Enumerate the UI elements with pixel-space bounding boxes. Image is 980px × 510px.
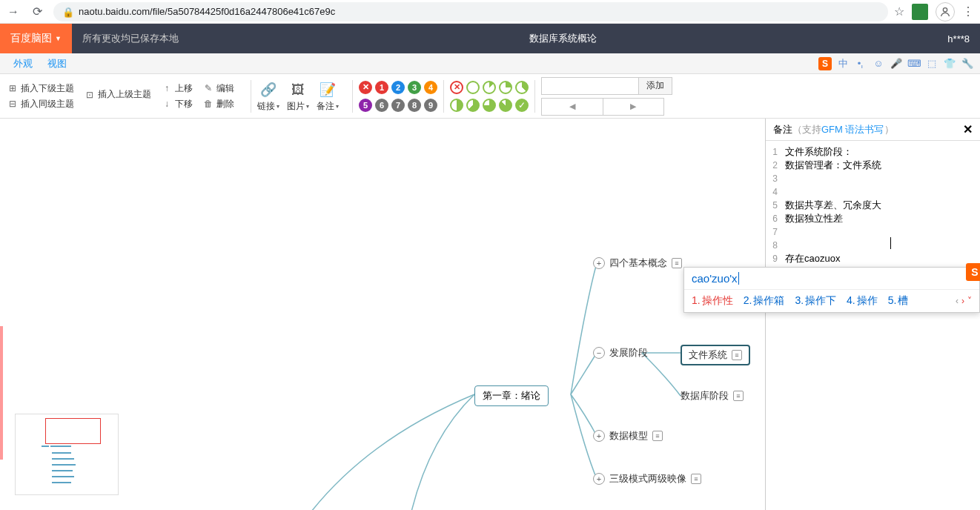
arrow-up-icon: ↑ (162, 83, 172, 93)
collapsed-branch-indicator[interactable] (0, 326, 3, 460)
gfm-link[interactable]: GFM 语法书写 (821, 123, 884, 136)
priority-3[interactable]: 3 (408, 81, 421, 94)
minimap-tree (42, 444, 76, 485)
priority-4[interactable]: 4 (424, 81, 437, 94)
profile-icon[interactable] (936, 2, 955, 21)
node-schema[interactable]: +三级模式两级映像≡ (593, 472, 701, 486)
ime-candidate-1[interactable]: 1.操作性 (692, 294, 733, 308)
extension-icon[interactable] (912, 4, 928, 20)
resource-prev[interactable]: ◀ (542, 99, 603, 115)
progress-12[interactable] (483, 81, 496, 94)
minimap[interactable] (15, 414, 119, 495)
add-resource-button[interactable]: 添加 (638, 78, 672, 94)
node-data-model[interactable]: +数据模型≡ (593, 429, 663, 443)
root-node[interactable]: 第一章：绪论 (474, 385, 549, 406)
progress-87[interactable] (499, 99, 512, 112)
menu-view[interactable]: 视图 (47, 57, 67, 70)
progress-25[interactable] (499, 81, 512, 94)
progress-none[interactable]: ✕ (450, 81, 463, 94)
priority-5[interactable]: 5 (359, 99, 372, 112)
priority-7[interactable]: 7 (391, 99, 405, 112)
bookmark-icon[interactable]: ☆ (894, 4, 904, 19)
ime-keyboard-icon[interactable]: ⌨ (907, 57, 921, 70)
node-database-stage[interactable]: 数据库阶段≡ (681, 389, 744, 403)
url-bar[interactable]: 🔒 naotu.baidu.com/file/5a50784425f0d16a2… (53, 2, 888, 21)
move-up-button[interactable]: ↑上移 (162, 82, 193, 95)
node-development[interactable]: −发展阶段 (593, 346, 648, 360)
link-icon: 🔗 (258, 79, 279, 100)
progress-37[interactable] (515, 81, 529, 94)
priority-x[interactable]: ✕ (359, 81, 372, 94)
ime-candidate-popup: cao'zuo'x S 1.操作性 2.操作箱 3.操作下 4.操作 5.槽 ‹… (683, 267, 980, 313)
node-filesystem-selected[interactable]: 文件系统≡ (681, 345, 750, 365)
note-indicator-icon[interactable]: ≡ (732, 350, 742, 360)
insert-sibling-icon: ⊟ (7, 99, 18, 109)
note-text[interactable]: 文件系统阶段： 数据管理者：文件系统 数据共享差、冗余度大 数据独立性差 存在c… (781, 145, 980, 506)
ime-page-nav[interactable]: ‹›˅ (956, 296, 972, 306)
minimap-viewport[interactable] (45, 418, 101, 444)
ime-lang-icon[interactable]: 中 (836, 57, 850, 70)
text-cursor (890, 237, 891, 249)
insert-child-button[interactable]: ⊞插入下级主题 (7, 82, 74, 95)
insert-sibling-button[interactable]: ⊟插入同级主题 (7, 98, 74, 110)
ime-candidate-2[interactable]: 2.操作箱 (744, 294, 785, 308)
expand-icon[interactable]: + (593, 257, 605, 269)
image-button[interactable]: 🖼图片▾ (287, 79, 309, 113)
note-indicator-icon[interactable]: ≡ (672, 258, 682, 268)
app-header: 百度脑图▼ 所有更改均已保存本地 数据库系统概论 h***8 (0, 24, 980, 53)
ime-skin-icon[interactable]: ⬚ (925, 57, 938, 70)
ime-status-bar: S 中 •ˌ ☺ 🎤 ⌨ ⬚ 👕 🔧 (818, 57, 974, 70)
ime-candidate-4[interactable]: 4.操作 (847, 294, 878, 308)
forward-icon[interactable]: → (6, 4, 21, 19)
expand-icon[interactable]: + (593, 473, 605, 485)
edit-button[interactable]: ✎编辑 (203, 82, 234, 95)
note-indicator-icon[interactable]: ≡ (733, 391, 744, 401)
priority-2[interactable]: 2 (391, 81, 405, 94)
svg-point-0 (943, 7, 947, 11)
priority-6[interactable]: 6 (375, 99, 388, 112)
menubar: 外观 视图 S 中 •ˌ ☺ 🎤 ⌨ ⬚ 👕 🔧 (0, 53, 980, 74)
progress-75[interactable] (483, 99, 496, 112)
ime-emoji-icon[interactable]: ☺ (872, 57, 885, 70)
reload-icon[interactable]: ⟳ (30, 4, 44, 19)
note-indicator-icon[interactable]: ≡ (652, 431, 663, 441)
ime-candidate-3[interactable]: 3.操作下 (795, 294, 836, 308)
arrow-down-icon: ↓ (162, 99, 172, 109)
resource-next[interactable]: ▶ (603, 99, 664, 115)
menu-appearance[interactable]: 外观 (13, 57, 33, 70)
collapse-icon[interactable]: − (593, 347, 605, 359)
expand-icon[interactable]: + (593, 430, 605, 442)
node-concepts[interactable]: +四个基本概念≡ (593, 256, 682, 270)
progress-0[interactable] (466, 81, 480, 94)
lock-icon: 🔒 (62, 7, 73, 17)
priority-9[interactable]: 9 (424, 99, 437, 112)
ime-mic-icon[interactable]: 🎤 (890, 57, 903, 70)
delete-button[interactable]: 🗑删除 (203, 98, 234, 110)
line-gutter: 123456789 (766, 145, 781, 506)
browser-menu-icon[interactable]: ⋮ (962, 4, 974, 19)
edit-icon: ✎ (203, 83, 213, 93)
sogou-icon[interactable]: S (818, 57, 832, 70)
note-indicator-icon[interactable]: ≡ (691, 474, 701, 484)
app-logo[interactable]: 百度脑图▼ (0, 24, 72, 53)
move-down-button[interactable]: ↓下移 (162, 98, 193, 110)
ime-tool-icon[interactable]: 🔧 (961, 57, 974, 70)
close-icon[interactable]: ✕ (963, 122, 973, 136)
link-button[interactable]: 🔗链接▾ (257, 79, 279, 113)
resource-input[interactable] (542, 78, 638, 94)
note-button[interactable]: 📝备注▾ (317, 79, 339, 113)
insert-parent-button[interactable]: ⊡插入上级主题 (85, 88, 151, 101)
ime-candidate-5[interactable]: 5.槽 (888, 294, 909, 308)
priority-1[interactable]: 1 (375, 81, 388, 94)
progress-100[interactable]: ✓ (515, 99, 529, 112)
insert-child-icon: ⊞ (7, 83, 18, 93)
progress-62[interactable] (466, 99, 480, 112)
ime-cloth-icon[interactable]: 👕 (943, 57, 956, 70)
priority-8[interactable]: 8 (408, 99, 421, 112)
url-text: naotu.baidu.com/file/5a50784425f0d16a244… (79, 6, 335, 17)
ime-punct-icon[interactable]: •ˌ (854, 57, 867, 70)
progress-50[interactable] (450, 99, 463, 112)
notes-editor[interactable]: 123456789 文件系统阶段： 数据管理者：文件系统 数据共享差、冗余度大 … (766, 141, 980, 510)
user-name[interactable]: h***8 (937, 33, 980, 44)
trash-icon: 🗑 (203, 99, 213, 109)
